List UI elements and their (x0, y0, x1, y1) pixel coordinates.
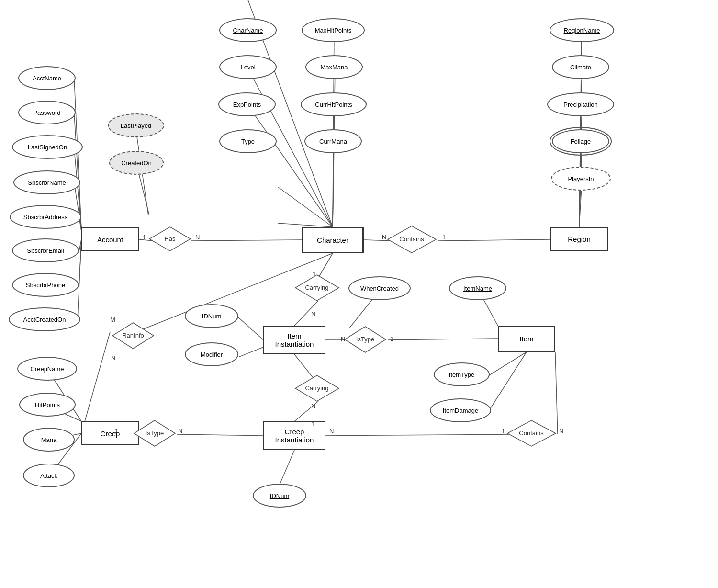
entity-character: Character (302, 227, 364, 253)
attr-modifier: Modifier (185, 342, 238, 366)
relationship-raninfo: RanInfo (112, 322, 155, 350)
card-carrying-top-1: 1 (313, 271, 316, 278)
relationship-contains-bottom: Contains (506, 419, 557, 447)
svg-line-42 (177, 434, 263, 436)
card-istype-item-n: N (341, 335, 345, 342)
attr-acct-name: AcctName (18, 66, 76, 90)
relationship-carrying-top: Carrying (294, 274, 340, 302)
attr-sbscrbr-phone: SbscrbrPhone (12, 273, 79, 297)
relationship-contains-region: Contains (387, 225, 437, 254)
attr-item-type: ItemType (434, 362, 490, 386)
card-istype-item-1: 1 (390, 335, 393, 342)
svg-text:Carrying: Carrying (305, 284, 328, 291)
svg-line-17 (248, 105, 333, 227)
svg-line-36 (238, 317, 263, 340)
card-has-1: 1 (143, 234, 146, 241)
entity-region: Region (550, 227, 608, 251)
svg-text:Carrying: Carrying (305, 384, 328, 392)
card-contains-bot-n: N (329, 428, 334, 435)
attr-acct-created-on: AcctCreatedOn (9, 307, 80, 331)
entity-item-inst: Item Instantiation (263, 326, 325, 354)
attr-creep-name: CreepName (17, 357, 77, 381)
attr-max-hit-points: MaxHitPoints (302, 18, 365, 42)
attr-sbscrbr-email: SbscrbrEmail (12, 238, 79, 262)
attr-curr-hit-points: CurrHitPoints (301, 92, 367, 116)
card-istype-creep-n: N (178, 427, 182, 434)
card-has-n: N (195, 234, 200, 241)
attr-sbscrbr-address: SbscrbrAddress (10, 205, 81, 229)
attr-password: Password (18, 101, 76, 124)
entity-creep: Creep (81, 421, 139, 445)
attr-hit-points: HitPoints (19, 393, 76, 417)
card-carrying-bot-n: N (311, 402, 315, 409)
svg-line-34 (488, 352, 527, 376)
card-carrying-bot-1: 1 (311, 420, 314, 428)
attr-idnum-item: IDNum (185, 304, 238, 328)
svg-line-35 (488, 352, 527, 412)
attr-level: Level (219, 55, 277, 79)
card-raninfo-m: M (110, 316, 115, 323)
attr-players-in: PlayersIn (551, 167, 611, 191)
attr-region-name: RegionName (550, 18, 614, 42)
card-istype-creep-1: 1 (115, 427, 118, 434)
svg-text:RanInfo: RanInfo (122, 332, 144, 339)
attr-max-mana: MaxMana (305, 55, 363, 79)
entity-account: Account (81, 227, 139, 251)
attr-type-char: Type (219, 129, 277, 153)
card-contains-1: 1 (442, 234, 446, 241)
svg-line-43 (325, 434, 512, 436)
svg-text:Contains: Contains (519, 430, 544, 437)
svg-line-31 (388, 339, 498, 340)
card-raninfo-n: N (111, 354, 115, 362)
attr-item-name: ItemName (449, 276, 506, 300)
attr-sbscrbr-name: SbscrbrName (13, 170, 80, 194)
attr-exp-points: ExpPoints (218, 92, 276, 116)
entity-item: Item (498, 326, 555, 352)
svg-line-37 (239, 347, 263, 357)
attr-curr-mana: CurrMana (304, 129, 362, 153)
attr-foliage: Foliage (552, 129, 609, 153)
card-contains-bot-1: 1 (502, 428, 505, 435)
attr-char-name: CharName (219, 18, 277, 42)
svg-line-46 (81, 332, 110, 433)
svg-line-15 (278, 223, 333, 227)
attr-mana: Mana (23, 428, 75, 452)
card-contains-bot-n2: N (559, 428, 563, 435)
attr-created-on: CreatedOn (109, 151, 164, 175)
attr-last-played: LastPlayed (108, 113, 164, 137)
attr-climate: Climate (552, 55, 609, 79)
attr-precipitation: Precipitation (547, 92, 614, 116)
svg-text:IsType: IsType (146, 430, 164, 437)
card-contains-n: N (382, 234, 386, 241)
svg-text:Has: Has (164, 235, 176, 242)
relationship-istype-creep: IsType (133, 419, 176, 447)
attr-when-created: WhenCreated (348, 276, 411, 300)
relationship-has: Has (148, 226, 191, 252)
svg-text:Contains: Contains (399, 236, 424, 243)
svg-line-3 (438, 239, 550, 241)
attr-idnum-creep: IDNum (253, 484, 306, 508)
entity-creep-inst: Creep Instantiation (263, 421, 325, 450)
svg-line-51 (280, 450, 294, 484)
er-diagram: line, path { stroke: #555; stroke-width:… (0, 0, 718, 588)
relationship-istype-item: IsType (344, 326, 387, 353)
attr-attack: Attack (23, 464, 75, 487)
attr-last-signed-on: LastSignedOn (12, 135, 83, 159)
svg-line-14 (278, 187, 333, 227)
svg-text:IsType: IsType (356, 336, 374, 343)
attr-item-damage: ItemDamage (430, 398, 491, 422)
card-carrying-top-n: N (311, 310, 315, 317)
svg-line-1 (191, 240, 302, 241)
relationship-carrying-bottom: Carrying (294, 374, 340, 402)
